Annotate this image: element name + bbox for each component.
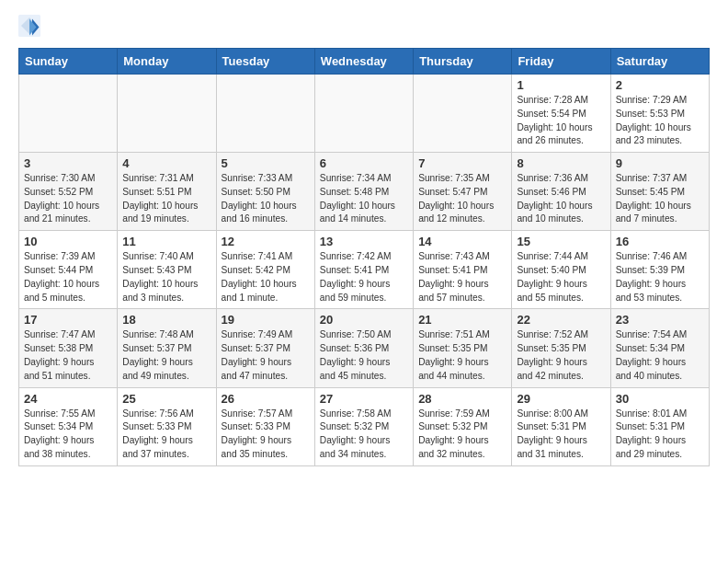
- day-info: Sunrise: 7:33 AM Sunset: 5:50 PM Dayligh…: [222, 172, 310, 226]
- day-info: Sunrise: 7:54 AM Sunset: 5:34 PM Dayligh…: [616, 328, 704, 383]
- weekday-header-thursday: Thursday: [414, 49, 512, 75]
- calendar-cell: [414, 75, 512, 153]
- calendar-cell: 25Sunrise: 7:56 AM Sunset: 5:33 PM Dayli…: [118, 387, 216, 465]
- calendar-cell: 9Sunrise: 7:37 AM Sunset: 5:45 PM Daylig…: [610, 153, 709, 231]
- calendar-cell: 29Sunrise: 8:00 AM Sunset: 5:31 PM Dayli…: [512, 387, 610, 465]
- weekday-header-friday: Friday: [512, 49, 610, 75]
- calendar-cell: 4Sunrise: 7:31 AM Sunset: 5:51 PM Daylig…: [118, 153, 216, 231]
- day-info: Sunrise: 7:46 AM Sunset: 5:39 PM Dayligh…: [616, 250, 704, 304]
- header: [18, 15, 710, 37]
- day-number: 6: [320, 156, 408, 170]
- calendar-cell: 20Sunrise: 7:50 AM Sunset: 5:36 PM Dayli…: [314, 309, 413, 387]
- day-info: Sunrise: 7:51 AM Sunset: 5:35 PM Dayligh…: [418, 328, 506, 383]
- calendar-cell: 6Sunrise: 7:34 AM Sunset: 5:48 PM Daylig…: [314, 153, 413, 231]
- calendar-cell: 24Sunrise: 7:55 AM Sunset: 5:34 PM Dayli…: [19, 387, 118, 465]
- day-number: 12: [222, 235, 310, 248]
- calendar-cell: 5Sunrise: 7:33 AM Sunset: 5:50 PM Daylig…: [216, 153, 314, 231]
- day-info: Sunrise: 7:41 AM Sunset: 5:42 PM Dayligh…: [222, 250, 310, 304]
- day-number: 30: [616, 392, 704, 406]
- day-number: 22: [517, 313, 605, 327]
- calendar-row-5: 24Sunrise: 7:55 AM Sunset: 5:34 PM Dayli…: [19, 387, 710, 465]
- weekday-header-monday: Monday: [118, 49, 216, 75]
- day-number: 11: [122, 235, 210, 248]
- day-info: Sunrise: 7:58 AM Sunset: 5:32 PM Dayligh…: [320, 408, 408, 462]
- day-number: 14: [418, 235, 506, 248]
- day-number: 13: [320, 235, 408, 248]
- day-info: Sunrise: 7:48 AM Sunset: 5:37 PM Dayligh…: [122, 328, 210, 383]
- day-number: 5: [222, 156, 310, 170]
- calendar-cell: [314, 75, 413, 153]
- day-info: Sunrise: 7:43 AM Sunset: 5:41 PM Dayligh…: [418, 250, 506, 304]
- logo: [18, 15, 44, 37]
- day-number: 2: [616, 78, 704, 92]
- day-number: 24: [24, 392, 112, 406]
- weekday-header-sunday: Sunday: [19, 49, 118, 75]
- calendar-cell: 17Sunrise: 7:47 AM Sunset: 5:38 PM Dayli…: [19, 309, 118, 387]
- calendar-cell: 23Sunrise: 7:54 AM Sunset: 5:34 PM Dayli…: [610, 309, 709, 387]
- day-number: 7: [418, 156, 506, 170]
- day-number: 3: [24, 156, 112, 170]
- day-number: 1: [517, 78, 605, 92]
- day-info: Sunrise: 7:36 AM Sunset: 5:46 PM Dayligh…: [517, 172, 605, 226]
- calendar-table: SundayMondayTuesdayWednesdayThursdayFrid…: [18, 48, 710, 466]
- calendar-cell: 21Sunrise: 7:51 AM Sunset: 5:35 PM Dayli…: [414, 309, 512, 387]
- day-info: Sunrise: 7:57 AM Sunset: 5:33 PM Dayligh…: [222, 408, 310, 462]
- day-info: Sunrise: 7:31 AM Sunset: 5:51 PM Dayligh…: [122, 172, 210, 226]
- calendar-cell: 19Sunrise: 7:49 AM Sunset: 5:37 PM Dayli…: [216, 309, 314, 387]
- day-info: Sunrise: 8:00 AM Sunset: 5:31 PM Dayligh…: [517, 408, 605, 462]
- day-number: 8: [517, 156, 605, 170]
- calendar-cell: [19, 75, 118, 153]
- day-info: Sunrise: 7:35 AM Sunset: 5:47 PM Dayligh…: [418, 172, 506, 226]
- calendar-cell: 10Sunrise: 7:39 AM Sunset: 5:44 PM Dayli…: [19, 231, 118, 309]
- day-info: Sunrise: 7:30 AM Sunset: 5:52 PM Dayligh…: [24, 172, 112, 226]
- calendar-cell: 1Sunrise: 7:28 AM Sunset: 5:54 PM Daylig…: [512, 75, 610, 153]
- calendar-cell: 13Sunrise: 7:42 AM Sunset: 5:41 PM Dayli…: [314, 231, 413, 309]
- calendar-cell: 26Sunrise: 7:57 AM Sunset: 5:33 PM Dayli…: [216, 387, 314, 465]
- day-number: 28: [418, 392, 506, 406]
- page: SundayMondayTuesdayWednesdayThursdayFrid…: [0, 0, 728, 485]
- day-number: 20: [320, 313, 408, 327]
- calendar-cell: 30Sunrise: 8:01 AM Sunset: 5:31 PM Dayli…: [610, 387, 709, 465]
- weekday-header-row: SundayMondayTuesdayWednesdayThursdayFrid…: [19, 49, 710, 75]
- day-number: 15: [517, 235, 605, 248]
- day-number: 18: [122, 313, 210, 327]
- day-number: 25: [122, 392, 210, 406]
- day-info: Sunrise: 7:56 AM Sunset: 5:33 PM Dayligh…: [122, 408, 210, 462]
- day-info: Sunrise: 8:01 AM Sunset: 5:31 PM Dayligh…: [616, 408, 704, 462]
- calendar-cell: 3Sunrise: 7:30 AM Sunset: 5:52 PM Daylig…: [19, 153, 118, 231]
- day-info: Sunrise: 7:39 AM Sunset: 5:44 PM Dayligh…: [24, 250, 112, 304]
- calendar-cell: [216, 75, 314, 153]
- weekday-header-saturday: Saturday: [610, 49, 709, 75]
- day-info: Sunrise: 7:59 AM Sunset: 5:32 PM Dayligh…: [418, 408, 506, 462]
- calendar-row-2: 3Sunrise: 7:30 AM Sunset: 5:52 PM Daylig…: [19, 153, 710, 231]
- calendar-cell: 14Sunrise: 7:43 AM Sunset: 5:41 PM Dayli…: [414, 231, 512, 309]
- calendar-cell: 16Sunrise: 7:46 AM Sunset: 5:39 PM Dayli…: [610, 231, 709, 309]
- day-number: 29: [517, 392, 605, 406]
- day-info: Sunrise: 7:42 AM Sunset: 5:41 PM Dayligh…: [320, 250, 408, 304]
- day-number: 9: [616, 156, 704, 170]
- day-number: 21: [418, 313, 506, 327]
- weekday-header-wednesday: Wednesday: [314, 49, 413, 75]
- calendar-cell: 22Sunrise: 7:52 AM Sunset: 5:35 PM Dayli…: [512, 309, 610, 387]
- calendar-cell: 12Sunrise: 7:41 AM Sunset: 5:42 PM Dayli…: [216, 231, 314, 309]
- weekday-header-tuesday: Tuesday: [216, 49, 314, 75]
- calendar-cell: 28Sunrise: 7:59 AM Sunset: 5:32 PM Dayli…: [414, 387, 512, 465]
- calendar-cell: 8Sunrise: 7:36 AM Sunset: 5:46 PM Daylig…: [512, 153, 610, 231]
- calendar-cell: 7Sunrise: 7:35 AM Sunset: 5:47 PM Daylig…: [414, 153, 512, 231]
- day-info: Sunrise: 7:29 AM Sunset: 5:53 PM Dayligh…: [616, 94, 704, 148]
- day-number: 27: [320, 392, 408, 406]
- day-info: Sunrise: 7:44 AM Sunset: 5:40 PM Dayligh…: [517, 250, 605, 304]
- day-number: 19: [222, 313, 310, 327]
- day-info: Sunrise: 7:37 AM Sunset: 5:45 PM Dayligh…: [616, 172, 704, 226]
- day-number: 10: [24, 235, 112, 248]
- calendar-row-3: 10Sunrise: 7:39 AM Sunset: 5:44 PM Dayli…: [19, 231, 710, 309]
- calendar-cell: 2Sunrise: 7:29 AM Sunset: 5:53 PM Daylig…: [610, 75, 709, 153]
- day-number: 23: [616, 313, 704, 327]
- day-info: Sunrise: 7:55 AM Sunset: 5:34 PM Dayligh…: [24, 408, 112, 462]
- day-number: 4: [122, 156, 210, 170]
- logo-icon: [18, 15, 40, 37]
- calendar-cell: 11Sunrise: 7:40 AM Sunset: 5:43 PM Dayli…: [118, 231, 216, 309]
- calendar-cell: 15Sunrise: 7:44 AM Sunset: 5:40 PM Dayli…: [512, 231, 610, 309]
- day-info: Sunrise: 7:40 AM Sunset: 5:43 PM Dayligh…: [122, 250, 210, 304]
- calendar-row-4: 17Sunrise: 7:47 AM Sunset: 5:38 PM Dayli…: [19, 309, 710, 387]
